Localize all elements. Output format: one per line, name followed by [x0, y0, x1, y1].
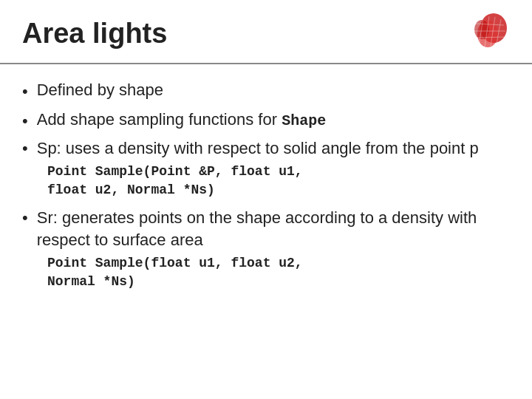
- code-block-4: Point Sample(float u1, float u2, Normal …: [47, 254, 510, 291]
- slide-content: • Defined by shape • Add shape sampling …: [0, 64, 532, 399]
- logo-icon: [466, 13, 510, 54]
- svg-point-2: [474, 20, 489, 39]
- bullet-dot-3: •: [22, 139, 28, 158]
- bullet-text-3: Sp: uses a density with respect to solid…: [37, 137, 479, 160]
- bullet-text-2: Add shape sampling functions for Shape: [37, 109, 326, 131]
- bullet-item-4: • Sr: generates points on the shape acco…: [22, 207, 510, 291]
- bullet-item-1: • Defined by shape: [22, 79, 510, 103]
- slide-header: Area lights: [0, 0, 532, 64]
- slide: Area lights • Defined by shape: [0, 0, 532, 399]
- bullet-dot-4: •: [22, 208, 28, 228]
- slide-title: Area lights: [22, 18, 167, 50]
- bullet-item-3: • Sp: uses a density with respect to sol…: [22, 137, 510, 200]
- code-line-4-2: Normal *Ns): [47, 273, 510, 291]
- bullet-row-3: • Sp: uses a density with respect to sol…: [22, 137, 510, 160]
- bullet-list: • Defined by shape • Add shape sampling …: [22, 79, 510, 291]
- bullet-dot-2: •: [22, 110, 28, 132]
- bullet-text-2-before: Add shape sampling functions for: [37, 110, 282, 129]
- code-line-3-1: Point Sample(Point &P, float u1,: [47, 163, 510, 181]
- bullet-dot-1: •: [22, 81, 28, 103]
- bullet-row-4: • Sr: generates points on the shape acco…: [22, 207, 510, 250]
- bullet-item-2: • Add shape sampling functions for Shape: [22, 109, 510, 132]
- bullet-text-4: Sr: generates points on the shape accord…: [37, 207, 510, 250]
- bullet-text-1: Defined by shape: [37, 79, 163, 101]
- code-line-4-1: Point Sample(float u1, float u2,: [47, 254, 510, 273]
- code-line-3-2: float u2, Normal *Ns): [47, 181, 510, 200]
- code-block-3: Point Sample(Point &P, float u1, float u…: [47, 163, 510, 200]
- bullet-text-2-mono: Shape: [282, 112, 326, 129]
